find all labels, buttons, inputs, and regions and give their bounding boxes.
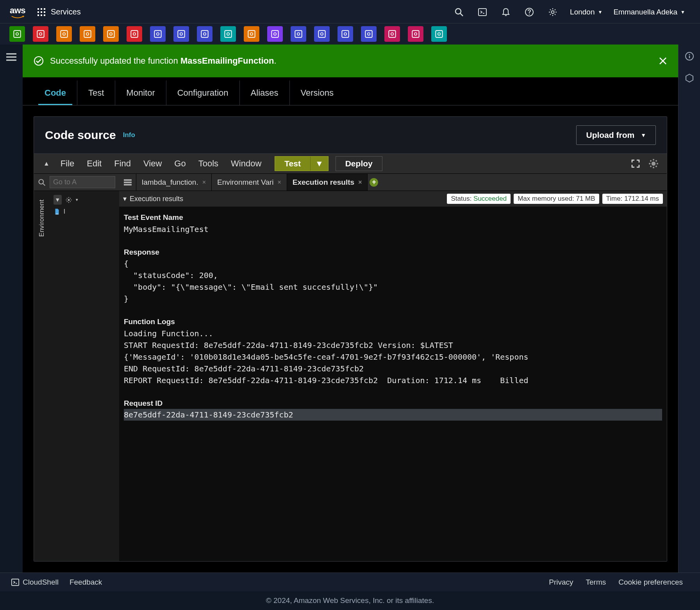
ide-menu-edit[interactable]: Edit: [80, 159, 108, 168]
svg-point-23: [86, 33, 89, 36]
cloud9-ide: ▲ FileEditFindViewGoToolsWindow Test▼ De…: [34, 153, 667, 561]
tab-test[interactable]: Test: [77, 80, 115, 105]
help-icon[interactable]: [525, 7, 534, 17]
close-icon[interactable]: ×: [358, 179, 362, 186]
tab-monitor[interactable]: Monitor: [115, 80, 166, 105]
tab-configuration[interactable]: Configuration: [166, 80, 240, 105]
shortcut-codebuild[interactable]: [150, 26, 166, 42]
shortcut-eks[interactable]: [103, 26, 119, 42]
privacy-link[interactable]: Privacy: [549, 578, 573, 587]
caret-down-icon[interactable]: ▼: [311, 157, 328, 171]
svg-rect-22: [84, 30, 91, 37]
status-badge: Status: Succeeded: [447, 194, 511, 204]
search-icon[interactable]: [38, 178, 46, 186]
service-icon: [153, 29, 163, 39]
execution-output[interactable]: Test Event Name MyMassEmailingTest Respo…: [119, 207, 667, 561]
request-id: 8e7e5ddf-22da-4711-8149-23cde735fcb2: [124, 409, 662, 421]
shortcut-s3[interactable]: [33, 26, 48, 42]
account-menu[interactable]: Emmanuella Adeka▼: [613, 8, 685, 16]
fullscreen-icon[interactable]: [631, 159, 640, 168]
svg-point-19: [39, 33, 42, 36]
shortcut-lambda[interactable]: [244, 26, 259, 42]
test-event-name: MyMassEmailingTest: [124, 223, 662, 235]
svg-rect-6: [38, 14, 39, 16]
hamburger-icon[interactable]: [6, 53, 16, 61]
ide-test-button[interactable]: Test▼: [275, 156, 328, 171]
ide-menu-tools[interactable]: Tools: [192, 159, 225, 168]
gear-icon[interactable]: [65, 196, 73, 204]
svg-point-68: [689, 54, 690, 55]
ide-menu-find[interactable]: Find: [108, 159, 137, 168]
svg-rect-0: [38, 8, 39, 10]
tab-aliases[interactable]: Aliases: [240, 80, 290, 105]
banner-text: Successfully updated the function MassEm…: [50, 56, 277, 66]
bell-icon[interactable]: [501, 7, 511, 17]
shortcut-cloudwatch[interactable]: [127, 26, 142, 42]
terms-link[interactable]: Terms: [586, 578, 606, 587]
chevron-down-icon[interactable]: ▾: [54, 195, 62, 205]
ide-deploy-button[interactable]: Deploy: [336, 156, 382, 171]
svg-rect-30: [178, 30, 184, 37]
tab-versions[interactable]: Versions: [290, 80, 345, 105]
shortcut-kms[interactable]: [431, 26, 447, 42]
cloudshell-link[interactable]: CloudShell: [11, 578, 59, 587]
svg-point-25: [110, 33, 112, 36]
left-rail: [0, 45, 23, 573]
ide-tab[interactable]: lambda_function.×: [136, 174, 212, 191]
svg-point-9: [455, 9, 461, 14]
environment-label[interactable]: Environment: [38, 194, 46, 242]
aws-logo[interactable]: aws: [9, 5, 26, 19]
ide-tab[interactable]: Environment Vari×: [212, 174, 287, 191]
svg-line-10: [460, 13, 463, 16]
shortcut-vpc[interactable]: [361, 26, 377, 42]
region-selector[interactable]: London▼: [570, 8, 602, 16]
svg-point-61: [39, 179, 44, 184]
svg-rect-38: [271, 30, 278, 37]
response-body: { "statusCode": 200, "body": "{\"message…: [124, 258, 662, 305]
hexagon-icon[interactable]: [685, 73, 694, 83]
tab-list-icon[interactable]: [119, 174, 136, 191]
ide-menu-file[interactable]: File: [54, 159, 80, 168]
shortcut-ecs[interactable]: [80, 26, 95, 42]
shortcut-dynamodb[interactable]: [197, 26, 212, 42]
services-menu[interactable]: Services: [37, 7, 81, 17]
tree-toolbar: ▾ ▾: [54, 193, 115, 206]
ide-tab[interactable]: Execution results×: [287, 174, 368, 191]
svg-rect-2: [44, 8, 45, 10]
shortcut-rds[interactable]: [173, 26, 189, 42]
svg-rect-7: [41, 14, 42, 16]
shortcut-sqs[interactable]: [220, 26, 236, 42]
ide-menu-view[interactable]: View: [137, 159, 168, 168]
ide-menu-go[interactable]: Go: [168, 159, 192, 168]
services-label: Services: [51, 7, 81, 16]
add-tab-button[interactable]: +: [368, 174, 380, 191]
shortcut-apigw[interactable]: [267, 26, 283, 42]
tab-code[interactable]: Code: [34, 80, 77, 105]
info-icon[interactable]: [685, 52, 694, 61]
close-icon[interactable]: ×: [277, 179, 281, 186]
shortcut-iam[interactable]: [384, 26, 400, 42]
cloudshell-icon[interactable]: [478, 7, 487, 17]
shortcut-stepfn[interactable]: [291, 26, 306, 42]
close-icon[interactable]: ×: [202, 179, 206, 186]
feedback-link[interactable]: Feedback: [70, 578, 102, 587]
shortcut-route53[interactable]: [338, 26, 353, 42]
upload-from-button[interactable]: Upload from▼: [576, 125, 656, 145]
close-icon[interactable]: [659, 57, 667, 65]
memory-badge: Max memory used: 71 MB: [514, 194, 599, 204]
ide-menu-window[interactable]: Window: [225, 159, 268, 168]
shortcut-ses[interactable]: [9, 26, 25, 42]
goto-input[interactable]: [50, 176, 115, 188]
svg-point-57: [34, 57, 43, 65]
info-link[interactable]: Info: [123, 131, 135, 139]
shortcut-secrets[interactable]: [408, 26, 423, 42]
gear-icon[interactable]: [648, 158, 659, 169]
shortcut-cloudfront[interactable]: [314, 26, 330, 42]
tree-file[interactable]: l: [54, 206, 115, 217]
collapse-icon[interactable]: ▲: [39, 160, 54, 167]
cookie-link[interactable]: Cookie preferences: [618, 578, 683, 587]
search-icon[interactable]: [454, 7, 464, 17]
chevron-down-icon[interactable]: ▾: [123, 194, 127, 203]
gear-icon[interactable]: [548, 7, 557, 17]
shortcut-ec2[interactable]: [56, 26, 72, 42]
